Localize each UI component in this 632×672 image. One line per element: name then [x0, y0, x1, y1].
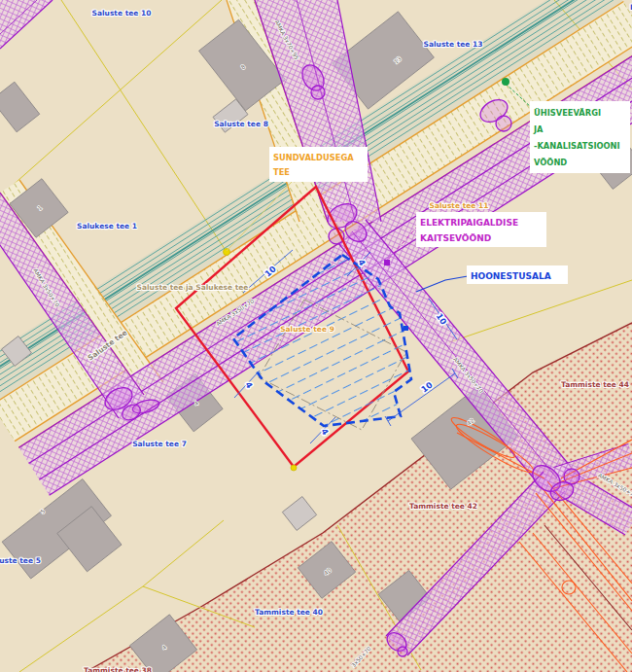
callout-text: HOONESTUSALA [471, 271, 551, 281]
callout-text: KAITSEVÖÖND [420, 233, 491, 243]
callout-elekter: ELEKTRIPAIGALDISE KAITSEVÖÖND [416, 212, 546, 247]
callout-text: SUNDVALDUSEGA [273, 153, 354, 162]
callout-text: ELEKTRIPAIGALDISE [420, 218, 518, 228]
parcel-label: Salukese tee 1 [77, 222, 137, 230]
parcel-label: Tammiste tee 40 [255, 608, 323, 617]
callout-text: JA [533, 124, 544, 134]
map-canvas: SUNDVALDUSEGA TEE ÜHISVEEVÄRGI JA -KANAL… [0, 0, 632, 672]
water-node-dot [502, 78, 509, 86]
callout-uhisveevark: ÜHISVEEVÄRGI JA -KANALISATSIOONI VÖÖND [530, 101, 630, 173]
parcel-label: Tammiste tee 42 [409, 502, 477, 511]
callout-text: VÖÖND [534, 158, 567, 167]
callout-text: TEE [273, 167, 290, 177]
parcel-label: Saluste tee 13 [424, 40, 483, 49]
servitude-node-dot2 [291, 465, 297, 471]
parcel-label: Saluste tee 10 [92, 9, 152, 18]
callout-text: -KANALISATSIOONI [534, 141, 620, 151]
parcel-label: Saluste tee 11 [430, 201, 489, 210]
parcel-label: Saluste tee 9 [280, 325, 334, 334]
servitude-node-dot [224, 249, 230, 256]
callout-sundvaldusega: SUNDVALDUSEGA TEE [269, 147, 368, 182]
parcel-label: Saluste tee 5 [0, 556, 41, 565]
parcel-label: Saluste tee 7 [132, 440, 187, 448]
electric-node-dot [384, 260, 390, 265]
parcel-label: Tammiste tee 44 [561, 380, 629, 389]
parcel-label: Saluste tee 8 [214, 120, 268, 128]
callout-hoonestusala: HOONESTUSALA [467, 265, 568, 284]
parcel-label: Tammiste tee 38 [84, 666, 152, 672]
envelope-node-dot [404, 326, 408, 331]
detail-plan-map: SUNDVALDUSEGA TEE ÜHISVEEVÄRGI JA -KANAL… [0, 0, 632, 672]
callout-text: ÜHISVEEVÄRGI [534, 108, 601, 118]
road-name-label: Saluste tee ja Salukese tee [137, 283, 249, 292]
